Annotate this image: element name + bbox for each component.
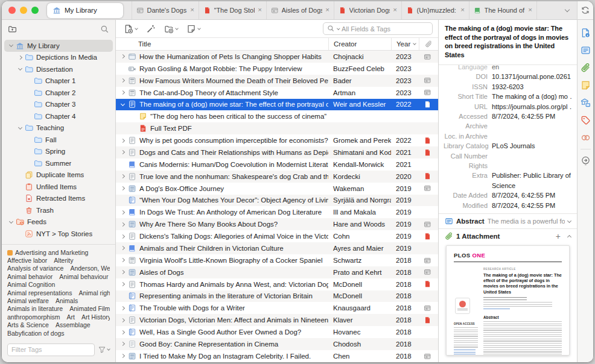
tab-aisles-of-dogs-pra[interactable]: Aisles of Dogs - Pra× — [267, 1, 334, 19]
tag-animal-representations[interactable]: Animal representations — [7, 289, 72, 297]
twisty-closed-icon[interactable] — [118, 223, 127, 226]
tag-animals[interactable]: Animals — [56, 297, 78, 305]
tag-anderson-wes[interactable]: Anderson, Wes — [70, 265, 110, 272]
field-value[interactable]: The making of a (dog) mo … — [492, 92, 572, 101]
new-collection-button[interactable] — [8, 25, 17, 34]
twisty-open-icon[interactable] — [7, 221, 16, 223]
filter-tags-input[interactable] — [7, 344, 95, 356]
table-row[interactable]: Thomas Hardy and Animals by Anna West, a… — [116, 278, 438, 290]
attachments-section-header[interactable]: 1 Attachment + — [439, 228, 577, 243]
table-row[interactable]: Ryan Gosling & Margot Robbie: The Puppy … — [116, 63, 438, 75]
close-tab-button[interactable]: × — [460, 7, 465, 14]
column-header-year[interactable]: Year — [391, 38, 419, 50]
tag-analysis-of-variance[interactable]: Analysis of variance — [7, 265, 63, 272]
tag-advertising-and-marketing[interactable]: Advertising and Marketing — [7, 249, 88, 257]
table-row[interactable]: The Cat-and-Dog Theory of Attachment Sty… — [116, 87, 438, 99]
field-value[interactable]: https://journals.plos.org/pl … — [492, 102, 572, 111]
field-value[interactable]: 10.1371/journal.pone.0261 … — [492, 72, 572, 81]
tab-overflow-button[interactable] — [558, 1, 577, 19]
new-item-button[interactable] — [121, 24, 140, 34]
field-value[interactable]: PLoS Journals — [492, 141, 572, 151]
table-row[interactable]: I Tried to Make My Dog an Instagram Cele… — [116, 350, 438, 362]
field-value[interactable] — [492, 121, 572, 131]
table-row[interactable]: In Dogs We Trust: An Anthology of Americ… — [116, 206, 438, 218]
tag-animal-behaviour[interactable]: Animal behaviour — [59, 273, 108, 281]
table-row[interactable]: Animals and Their Children in Victorian … — [116, 242, 438, 254]
item-title[interactable]: The making of a (dog) movie star: The ef… — [439, 20, 577, 65]
table-row[interactable]: How the Humanization of Pets Is Changing… — [116, 51, 438, 63]
sidebar-item-teaching[interactable]: Teaching — [4, 122, 113, 134]
add-attachment-button[interactable] — [162, 24, 180, 34]
twisty-closed-icon[interactable] — [118, 307, 127, 310]
table-row[interactable]: Dickens's Talking Dogs: Allegories of An… — [116, 230, 438, 242]
field-value[interactable]: 8/7/2024, 6:42:55 PM — [492, 111, 572, 121]
sidebar-item-summer[interactable]: Summer — [4, 157, 113, 169]
table-row[interactable]: Virginia Woolf's Little-Known Biography … — [116, 254, 438, 266]
tag-assemblage[interactable]: Assemblage — [56, 321, 91, 329]
tag-animal-welfare[interactable]: Animal welfare — [7, 297, 49, 305]
tab-the-dog-stole-the[interactable]: "The Dog Stole the× — [199, 1, 267, 19]
abstract-tab-button[interactable] — [581, 45, 591, 55]
field-value[interactable] — [492, 161, 572, 171]
zoom-window-button[interactable] — [31, 7, 39, 14]
twisty-open-icon[interactable] — [16, 127, 25, 129]
tag-alterity[interactable]: Alterity — [54, 257, 73, 265]
tag-art[interactable]: Art — [67, 313, 75, 321]
collections-search-button[interactable] — [100, 25, 109, 34]
twisty-open-icon[interactable] — [118, 104, 127, 105]
table-row[interactable]: True love and the nonhuman: Shakespeare'… — [116, 171, 438, 183]
sidebar-item-chapter-2[interactable]: Chapter 2 — [4, 87, 113, 99]
related-tab-button[interactable] — [581, 133, 591, 143]
sidebar-item-dissertation[interactable]: Dissertation — [4, 63, 113, 75]
twisty-closed-icon[interactable] — [118, 246, 127, 249]
table-row[interactable]: Why Are There So Many Books About Dogs?H… — [116, 218, 438, 230]
table-row[interactable]: Representing animals in the literature o… — [116, 290, 438, 303]
sidebar-item-fall[interactable]: Fall — [4, 134, 113, 146]
pdf-preview[interactable]: PLOSONE OPEN ACCESS — [446, 245, 570, 356]
sidebar-item-spring[interactable]: Spring — [4, 146, 113, 158]
twisty-closed-icon[interactable] — [118, 342, 127, 345]
tab-my-library[interactable]: My Library — [47, 3, 123, 18]
tag-animals-in-literature[interactable]: Animals in literature — [7, 305, 63, 313]
table-row[interactable]: A Dog's Box-Office JourneyWakeman2019 — [116, 183, 438, 195]
sidebar-item-chapter-4[interactable]: Chapter 4 — [4, 110, 113, 122]
field-value[interactable]: 8/7/2024, 6:42:55 PM — [492, 201, 572, 210]
twisty-open-icon[interactable] — [7, 45, 16, 46]
sidebar-item-chapter-1[interactable]: Chapter 1 — [4, 75, 113, 87]
tags-tab-button[interactable] — [581, 115, 591, 125]
sidebar-item-chapter-3[interactable]: Chapter 3 — [4, 99, 113, 111]
attachments-tab-button[interactable] — [581, 63, 591, 73]
twisty-closed-icon[interactable] — [118, 187, 127, 190]
column-header-creator[interactable]: Creator — [328, 38, 391, 50]
abstract-section-header[interactable]: Abstract The media is a powerful forc… — [439, 213, 577, 228]
tab-victorian-dogs-vict[interactable]: Victorian Dogs, Vict× — [334, 1, 402, 19]
sidebar-item-feeds[interactable]: Feeds — [4, 216, 113, 228]
twisty-closed-icon[interactable] — [118, 175, 127, 178]
twisty-closed-icon[interactable] — [118, 79, 127, 82]
sidebar-item-trash[interactable]: Trash — [4, 204, 113, 216]
sync-button[interactable] — [578, 1, 593, 20]
sidebar-item-depictions-in-media[interactable]: Depictions In Media — [4, 52, 113, 64]
twisty-closed-icon[interactable] — [118, 259, 127, 262]
twisty-closed-icon[interactable] — [118, 211, 127, 214]
twisty-closed-icon[interactable] — [118, 139, 127, 142]
tag-arts-science[interactable]: Arts & Science — [7, 321, 49, 329]
table-row[interactable]: Aisles of DogsPrato and Kehrt2018 — [116, 266, 438, 278]
field-value[interactable]: en — [492, 65, 572, 72]
tag-anthropomorphism[interactable]: anthropomorphism — [7, 313, 60, 321]
twisty-closed-icon[interactable] — [118, 91, 127, 94]
sidebar-item-retracted-items[interactable]: Retracted Items — [4, 193, 113, 205]
add-attachment-plus-button[interactable]: + — [556, 232, 561, 240]
sidebar-item-nyt-top-stories[interactable]: NYT > Top Stories — [4, 228, 113, 240]
table-row[interactable]: The making of a (dog) movie star: The ef… — [116, 99, 438, 111]
minimize-window-button[interactable] — [20, 7, 27, 14]
tab-dante-s-dogs-man[interactable]: Dante's Dogs - Man× — [132, 1, 199, 19]
libraries-collections-tab-button[interactable] — [581, 98, 591, 108]
close-window-button[interactable] — [8, 7, 16, 14]
twisty-closed-icon[interactable] — [118, 283, 127, 286]
tag-animated-films[interactable]: Animated Films — [69, 305, 110, 313]
sidebar-item-unfiled-items[interactable]: Unfiled Items — [4, 181, 113, 193]
new-note-button[interactable] — [184, 24, 203, 34]
table-row[interactable]: Victorian Dogs, Victorian Men: Affect an… — [116, 314, 438, 326]
search-input[interactable]: All Fields & Tags — [323, 22, 433, 35]
